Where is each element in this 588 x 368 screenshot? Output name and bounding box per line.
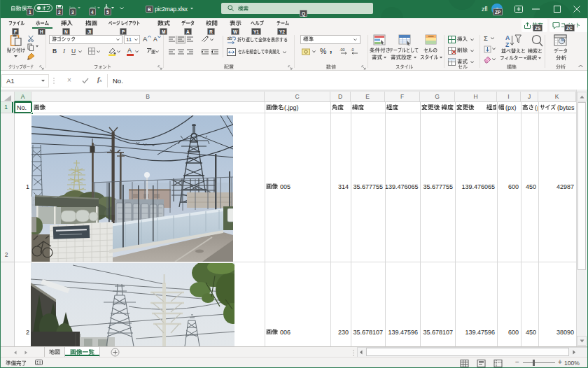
svg-text:A: A — [505, 34, 510, 41]
svg-text:.00: .00 — [340, 48, 345, 52]
svg-text:.0: .0 — [351, 48, 354, 52]
svg-text:Z: Z — [505, 41, 509, 48]
svg-text:ab: ab — [227, 36, 233, 41]
